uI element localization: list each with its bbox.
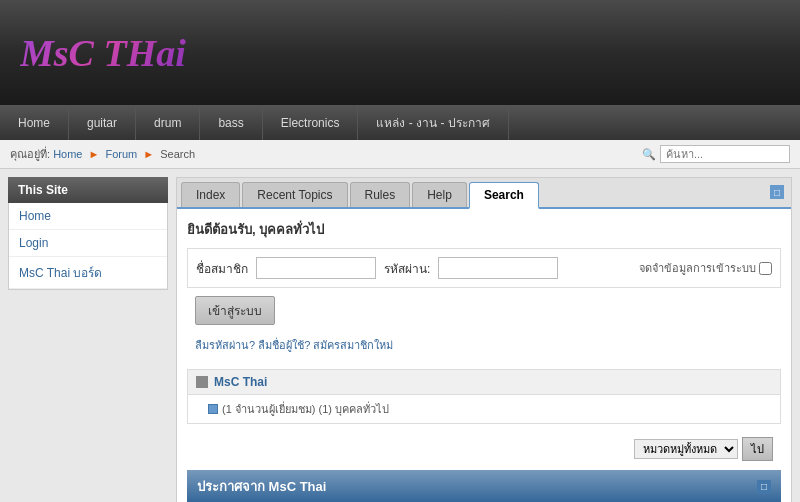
content-area: Index Recent Topics Rules Help Search □ … [176, 177, 792, 502]
sidebar-item-home[interactable]: Home [9, 203, 167, 230]
search-box-small: 🔍 [642, 145, 790, 163]
tab-index[interactable]: Index [181, 182, 240, 207]
content-close-btn[interactable]: □ [770, 185, 784, 199]
remember-label: จดจำข้อมูลการเข้าระบบ [639, 259, 772, 277]
tab-help[interactable]: Help [412, 182, 467, 207]
forgot-username-link[interactable]: ลืมชื่อผู้ใช้? [258, 339, 310, 351]
logo: MsC THai [20, 31, 186, 75]
navbar: Home guitar drum bass Electronics แหล่ง … [0, 105, 800, 140]
login-button[interactable]: เข้าสู่ระบบ [195, 296, 275, 325]
remember-checkbox[interactable] [759, 262, 772, 275]
username-input[interactable] [256, 257, 376, 279]
breadcrumb-prefix: คุณอยู่ที่: [10, 148, 50, 160]
forum-header-icon [196, 376, 208, 388]
content-body: ยินดีต้อนรับ, บุคคลทั่วไป ชื่อสมาชิก รหั… [177, 209, 791, 502]
username-label: ชื่อสมาชิก [196, 259, 248, 278]
breadcrumb-home[interactable]: Home [53, 148, 82, 160]
sidebar-content: Home Login MsC Thai บอร์ด [8, 203, 168, 290]
forgot-password-link[interactable]: ลืมรหัสผ่าน? [195, 339, 255, 351]
search-icon: 🔍 [642, 148, 656, 161]
forum-row-icon [208, 404, 218, 414]
sidebar-item-board[interactable]: MsC Thai บอร์ด [9, 257, 167, 289]
sidebar: This Site Home Login MsC Thai บอร์ด [8, 177, 168, 502]
forum-sub-text: (1 จำนวนผู้เยี่ยมชม) (1) บุคคลทั่วไป [222, 400, 389, 418]
forgot-links: ลืมรหัสผ่าน? ลืมชื่อผู้ใช้? สมัครสมาชิกใ… [187, 331, 781, 359]
nav-home[interactable]: Home [0, 105, 69, 140]
nav-electronics[interactable]: Electronics [263, 105, 359, 140]
breadcrumb: คุณอยู่ที่: Home ► Forum ► Search [10, 145, 195, 163]
nav-guitar[interactable]: guitar [69, 105, 136, 140]
tab-search[interactable]: Search [469, 182, 539, 209]
sidebar-item-login[interactable]: Login [9, 230, 167, 257]
go-button[interactable]: ไป [742, 437, 773, 461]
forum-header: MsC Thai [188, 370, 780, 395]
announce-title: ประกาศจาก MsC Thai [197, 476, 326, 497]
breadcrumb-forum[interactable]: Forum [105, 148, 137, 160]
dropdown-row: หมวดหมู่ทั้งหมด ไป [187, 432, 781, 466]
header: MsC THai [0, 0, 800, 105]
forum-row: (1 จำนวนผู้เยี่ยมชม) (1) บุคคลทั่วไป [188, 395, 780, 423]
tab-rules[interactable]: Rules [350, 182, 411, 207]
welcome-title: ยินดีต้อนรับ, บุคคลทั่วไป [187, 219, 781, 240]
nav-bass[interactable]: bass [200, 105, 262, 140]
nav-jobs[interactable]: แหล่ง - งาน - ประกาศ [358, 105, 508, 140]
breadcrumb-arrow-2: ► [143, 148, 154, 160]
search-input[interactable] [660, 145, 790, 163]
tab-recent-topics[interactable]: Recent Topics [242, 182, 347, 207]
forum-section: MsC Thai (1 จำนวนผู้เยี่ยมชม) (1) บุคคลท… [187, 369, 781, 424]
breadcrumb-arrow-1: ► [89, 148, 100, 160]
tabs-bar: Index Recent Topics Rules Help Search □ [177, 178, 791, 209]
password-input[interactable] [438, 257, 558, 279]
register-link[interactable]: สมัครสมาชิกใหม่ [313, 339, 393, 351]
remember-text: จดจำข้อมูลการเข้าระบบ [639, 259, 756, 277]
main-layout: This Site Home Login MsC Thai บอร์ด Inde… [0, 169, 800, 502]
nav-drum[interactable]: drum [136, 105, 200, 140]
password-label: รหัสผ่าน: [384, 259, 430, 278]
breadcrumb-current: Search [160, 148, 195, 160]
login-form: ชื่อสมาชิก รหัสผ่าน: จดจำข้อมูลการเข้าระ… [187, 248, 781, 288]
category-dropdown[interactable]: หมวดหมู่ทั้งหมด [634, 439, 738, 459]
breadcrumb-bar: คุณอยู่ที่: Home ► Forum ► Search 🔍 [0, 140, 800, 169]
announce-close-btn[interactable]: □ [757, 480, 771, 494]
announcement-section: ประกาศจาก MsC Thai □ ไม่มีหมวดหมู่บ่อยใน… [187, 470, 781, 502]
sidebar-title: This Site [8, 177, 168, 203]
announce-header: ประกาศจาก MsC Thai □ [187, 470, 781, 502]
forum-name-link[interactable]: MsC Thai [214, 375, 267, 389]
